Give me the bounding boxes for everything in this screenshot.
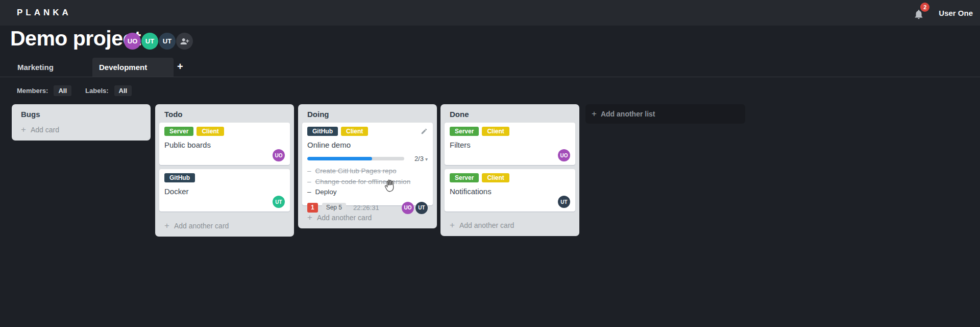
card-online-demo[interactable]: GitHub Client Online demo 2/3▾ – Create … <box>302 123 433 205</box>
progress-fill <box>307 157 372 160</box>
plus-icon: + <box>21 126 26 133</box>
add-list-label: Add another list <box>601 110 655 118</box>
task-text: Change code for offline version <box>315 177 411 188</box>
list-title[interactable]: Bugs <box>12 104 151 120</box>
timer-value[interactable]: 22:26:31 <box>353 204 379 212</box>
card-title: Online demo <box>307 141 428 149</box>
tab-development[interactable]: Development <box>92 58 174 77</box>
task-text: Create GitHub Pages repo <box>315 166 397 177</box>
page-title: Demo project <box>10 27 141 51</box>
due-date-badge[interactable]: Sep 5 <box>322 203 346 213</box>
progress-bar <box>307 157 404 160</box>
task-dash: – <box>307 166 311 177</box>
avatar-user-three[interactable]: UT <box>159 33 176 50</box>
add-card-button[interactable]: + Add card <box>12 126 151 141</box>
tabs-divider <box>0 77 980 77</box>
label-github[interactable]: GitHub <box>307 127 338 136</box>
task-list: – Create GitHub Pages repo – Change code… <box>307 166 428 198</box>
avatar-user-two[interactable]: UT <box>141 33 158 50</box>
stopwatch-badge[interactable]: 1 <box>307 203 318 213</box>
labels-filter-value[interactable]: All <box>114 85 132 96</box>
task-item[interactable]: – Deploy <box>307 187 428 198</box>
add-card-button[interactable]: + Add another card <box>298 214 437 228</box>
label-client[interactable]: Client <box>197 127 224 136</box>
task-item[interactable]: – Change code for offline version <box>307 177 428 188</box>
label-client[interactable]: Client <box>482 127 509 136</box>
list-title[interactable]: Done <box>440 104 579 120</box>
add-card-label: Add another card <box>459 221 514 229</box>
add-card-label: Add another card <box>174 222 229 230</box>
card-member-avatar[interactable]: UT <box>558 196 570 208</box>
card-filters[interactable]: Server Client Filters UO <box>445 123 575 165</box>
notifications-button[interactable]: 2 <box>913 6 926 20</box>
list-bugs: Bugs + Add card <box>12 104 151 141</box>
label-client[interactable]: Client <box>482 173 509 182</box>
tab-marketing[interactable]: Marketing <box>17 58 54 77</box>
add-card-label: Add another card <box>317 214 372 222</box>
add-board-button[interactable]: + <box>177 58 183 77</box>
list-done: Done Server Client Filters UO Server Cli… <box>440 104 579 236</box>
edit-card-button[interactable] <box>421 128 428 135</box>
card-member-avatar[interactable]: UO <box>273 149 285 161</box>
task-dash: – <box>307 177 311 188</box>
card-title: Notifications <box>450 187 570 196</box>
list-doing: Doing GitHub Client Online demo 2/3▾ – C… <box>298 104 437 228</box>
card-member-avatar[interactable]: UO <box>402 202 414 214</box>
tasks-count-value: 2/3 <box>414 155 424 162</box>
label-client[interactable]: Client <box>341 127 368 136</box>
project-members: UO UT UT <box>124 33 193 50</box>
list-title[interactable]: Doing <box>298 104 437 120</box>
top-bar: PLANKA 2 User One <box>0 0 980 26</box>
card-title: Public boards <box>164 141 285 149</box>
app-logo[interactable]: PLANKA <box>17 0 71 26</box>
add-card-button[interactable]: + Add another card <box>440 221 579 236</box>
add-member-button[interactable] <box>176 33 193 50</box>
plus-icon: + <box>592 110 597 118</box>
plus-icon: + <box>450 222 455 229</box>
add-list-button[interactable]: + Add another list <box>585 104 745 124</box>
card-public-boards[interactable]: Server Client Public boards UO <box>159 123 290 165</box>
tasks-count[interactable]: 2/3▾ <box>414 155 428 162</box>
card-member-avatar[interactable]: UO <box>558 149 570 161</box>
plus-icon: + <box>164 222 169 229</box>
add-card-button[interactable]: + Add another card <box>155 222 294 237</box>
notifications-badge: 2 <box>920 3 929 12</box>
label-server[interactable]: Server <box>450 127 479 136</box>
card-docker[interactable]: GitHub Docker UT <box>159 169 290 212</box>
label-server[interactable]: Server <box>164 127 193 136</box>
card-member-avatar[interactable]: UT <box>415 202 428 214</box>
label-github[interactable]: GitHub <box>164 173 195 182</box>
plus-icon: + <box>307 214 312 221</box>
person-add-icon <box>180 37 189 46</box>
add-card-label: Add card <box>31 126 59 134</box>
members-filter-value[interactable]: All <box>54 85 71 96</box>
members-filter-label: Members: <box>17 87 48 95</box>
pencil-icon <box>421 128 428 135</box>
card-member-avatar[interactable]: UT <box>273 196 285 208</box>
card-title: Docker <box>164 187 285 196</box>
user-menu[interactable]: User One <box>939 9 973 17</box>
card-notifications[interactable]: Server Client Notifications UT <box>445 169 575 212</box>
labels-filter-label: Labels: <box>85 87 109 95</box>
topbar-right: 2 User One <box>913 0 980 26</box>
card-title: Filters <box>450 141 570 149</box>
task-dash: – <box>307 187 311 198</box>
task-item[interactable]: – Create GitHub Pages repo <box>307 166 428 177</box>
label-server[interactable]: Server <box>450 173 479 182</box>
tasks-progress: 2/3▾ <box>307 155 428 162</box>
task-text: Deploy <box>315 187 337 198</box>
filter-bar: Members: All Labels: All <box>17 85 132 97</box>
avatar-user-one[interactable]: UO <box>124 33 141 50</box>
chevron-down-icon: ▾ <box>425 156 428 162</box>
list-title[interactable]: Todo <box>155 104 294 120</box>
list-todo: Todo Server Client Public boards UO GitH… <box>155 104 294 237</box>
